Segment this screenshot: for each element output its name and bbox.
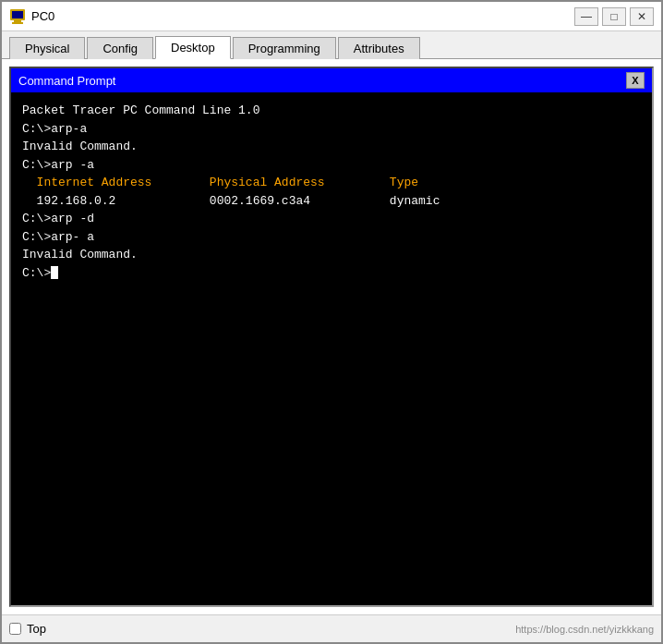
cmd-line: C:\>arp- a bbox=[22, 228, 641, 247]
cmd-line: C:\> bbox=[22, 264, 641, 283]
tab-physical[interactable]: Physical bbox=[9, 37, 85, 59]
checkbox-area: Top bbox=[9, 622, 46, 636]
window-title: PC0 bbox=[31, 9, 574, 23]
window-controls: — □ ✕ bbox=[574, 7, 654, 26]
cmd-line: C:\>arp-a bbox=[22, 120, 641, 139]
cmd-line: 192.168.0.2 0002.1669.c3a4 dynamic bbox=[22, 192, 641, 211]
top-checkbox[interactable] bbox=[9, 623, 21, 635]
cmd-body[interactable]: Packet Tracer PC Command Line 1.0C:\>arp… bbox=[11, 92, 652, 605]
svg-rect-1 bbox=[12, 11, 23, 18]
cmd-line: Packet Tracer PC Command Line 1.0 bbox=[22, 102, 641, 120]
close-button[interactable]: ✕ bbox=[630, 7, 654, 26]
restore-button[interactable]: □ bbox=[602, 7, 626, 26]
watermark: https://blog.csdn.net/yizkkkang bbox=[515, 624, 654, 635]
bottom-bar: Top https://blog.csdn.net/yizkkkang bbox=[2, 614, 661, 642]
content-area: Command Prompt X Packet Tracer PC Comman… bbox=[2, 59, 661, 614]
tab-bar: PhysicalConfigDesktopProgrammingAttribut… bbox=[2, 31, 661, 59]
main-window: PC0 — □ ✕ PhysicalConfigDesktopProgrammi… bbox=[0, 0, 663, 644]
tab-desktop[interactable]: Desktop bbox=[155, 36, 231, 59]
cmd-line: Invalid Command. bbox=[22, 246, 641, 264]
minimize-button[interactable]: — bbox=[574, 7, 598, 26]
cmd-title-text: Command Prompt bbox=[18, 74, 115, 88]
top-label: Top bbox=[27, 622, 46, 636]
cmd-line: C:\>arp -a bbox=[22, 156, 641, 175]
cmd-line: C:\>arp -d bbox=[22, 210, 641, 228]
cmd-close-button[interactable]: X bbox=[626, 72, 645, 89]
cmd-title-bar: Command Prompt X bbox=[11, 68, 652, 92]
app-icon bbox=[9, 8, 26, 25]
tab-programming[interactable]: Programming bbox=[233, 37, 336, 59]
command-prompt-window: Command Prompt X Packet Tracer PC Comman… bbox=[9, 67, 654, 607]
title-bar: PC0 — □ ✕ bbox=[2, 2, 661, 31]
cmd-line: Invalid Command. bbox=[22, 138, 641, 156]
cursor bbox=[51, 266, 58, 279]
tab-config[interactable]: Config bbox=[87, 37, 153, 59]
cmd-line: Internet Address Physical Address Type bbox=[22, 174, 641, 192]
svg-rect-3 bbox=[12, 22, 23, 24]
svg-rect-2 bbox=[14, 20, 21, 22]
tab-attributes[interactable]: Attributes bbox=[338, 37, 420, 59]
